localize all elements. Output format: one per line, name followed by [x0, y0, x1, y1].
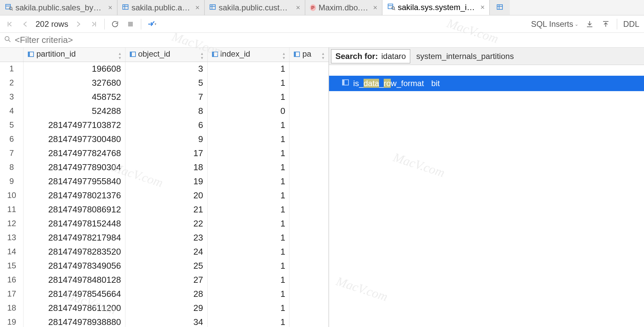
cell-partition-id[interactable]: 281474978152448 — [23, 216, 125, 231]
close-icon[interactable]: × — [195, 3, 200, 12]
close-icon[interactable]: × — [108, 3, 112, 12]
editor-tab[interactable]: sakila.sys.system_internal× — [382, 0, 490, 15]
cell-truncated[interactable] — [289, 76, 329, 90]
close-icon[interactable]: × — [373, 3, 377, 12]
cell-truncated[interactable] — [289, 301, 329, 315]
cell-partition-id[interactable]: 524288 — [23, 104, 125, 118]
cell-truncated[interactable] — [289, 245, 329, 259]
cell-index-id[interactable]: 1 — [207, 301, 289, 315]
close-icon[interactable]: × — [480, 3, 485, 12]
cell-partition-id[interactable]: 281474977890304 — [23, 160, 125, 174]
cell-truncated[interactable] — [289, 216, 329, 231]
cell-partition-id[interactable]: 281474977955840 — [23, 174, 125, 188]
table-row[interactable]: 119660831 — [0, 62, 329, 76]
cell-partition-id[interactable]: 281474977103872 — [23, 118, 125, 132]
cell-object-id[interactable]: 27 — [125, 273, 207, 287]
table-row[interactable]: 7281474977824768171 — [0, 146, 329, 160]
table-row[interactable]: 16281474978480128271 — [0, 273, 329, 287]
export-upload-button[interactable] — [601, 19, 611, 29]
cell-object-id[interactable]: 28 — [125, 287, 207, 301]
cell-object-id[interactable]: 6 — [125, 118, 207, 132]
table-row[interactable]: 14281474978283520241 — [0, 245, 329, 259]
next-page-button[interactable] — [73, 19, 84, 29]
cell-index-id[interactable]: 1 — [207, 315, 289, 327]
ddl-button[interactable]: DDL — [623, 19, 639, 29]
cell-object-id[interactable]: 24 — [125, 245, 207, 259]
cell-object-id[interactable]: 8 — [125, 104, 207, 118]
cell-truncated[interactable] — [289, 287, 329, 301]
column-header[interactable]: object_id▴▾ — [125, 48, 207, 62]
table-row[interactable]: 10281474978021376201 — [0, 188, 329, 202]
cell-index-id[interactable]: 1 — [207, 188, 289, 202]
sort-icon[interactable]: ▴▾ — [119, 49, 121, 60]
cell-truncated[interactable] — [289, 174, 329, 188]
cell-partition-id[interactable]: 281474977824768 — [23, 146, 125, 160]
cell-index-id[interactable]: 1 — [207, 245, 289, 259]
cell-index-id[interactable]: 1 — [207, 216, 289, 231]
cell-object-id[interactable]: 34 — [125, 315, 207, 327]
cell-truncated[interactable] — [289, 188, 329, 202]
cell-truncated[interactable] — [289, 118, 329, 132]
table-row[interactable]: 13281474978217984231 — [0, 231, 329, 245]
cell-index-id[interactable]: 1 — [207, 259, 289, 273]
cell-object-id[interactable]: 5 — [125, 76, 207, 90]
cell-object-id[interactable]: 20 — [125, 188, 207, 202]
cell-partition-id[interactable]: 281474978545664 — [23, 287, 125, 301]
cell-index-id[interactable]: 1 — [207, 76, 289, 90]
cell-partition-id[interactable]: 281474978283520 — [23, 245, 125, 259]
search-for-box[interactable]: Search for: idataro — [331, 49, 410, 63]
data-grid[interactable]: partition_id▴▾object_id▴▾index_id▴▾pa▴▾ … — [0, 48, 329, 327]
cell-object-id[interactable]: 21 — [125, 202, 207, 216]
editor-tab[interactable]: PMaxim.dbo.Upd× — [305, 0, 382, 15]
export-download-button[interactable] — [585, 19, 595, 29]
cell-truncated[interactable] — [289, 259, 329, 273]
column-header[interactable]: partition_id▴▾ — [23, 48, 125, 62]
first-page-button[interactable] — [5, 19, 15, 29]
cell-index-id[interactable]: 1 — [207, 146, 289, 160]
cell-truncated[interactable] — [289, 132, 329, 146]
column-header[interactable]: index_id▴▾ — [207, 48, 289, 62]
cell-index-id[interactable]: 1 — [207, 287, 289, 301]
cell-index-id[interactable]: 1 — [207, 273, 289, 287]
filter-input[interactable] — [15, 35, 640, 45]
table-row[interactable]: 11281474978086912211 — [0, 202, 329, 216]
cell-partition-id[interactable]: 281474977300480 — [23, 132, 125, 146]
cell-index-id[interactable]: 1 — [207, 62, 289, 76]
cell-object-id[interactable]: 29 — [125, 301, 207, 315]
editor-tab[interactable]: sakila.public.sales_by_film_c× — [0, 0, 117, 15]
cell-object-id[interactable]: 3 — [125, 62, 207, 76]
table-row[interactable]: 19281474978938880341 — [0, 315, 329, 327]
cell-object-id[interactable]: 18 — [125, 160, 207, 174]
cell-index-id[interactable]: 1 — [207, 90, 289, 104]
cell-truncated[interactable] — [289, 273, 329, 287]
cell-index-id[interactable]: 0 — [207, 104, 289, 118]
prev-page-button[interactable] — [20, 19, 30, 29]
cell-partition-id[interactable]: 281474978349056 — [23, 259, 125, 273]
cell-index-id[interactable]: 1 — [207, 174, 289, 188]
compare-button[interactable]: ▾ — [147, 19, 157, 29]
cell-index-id[interactable]: 1 — [207, 231, 289, 245]
table-row[interactable]: 17281474978545664281 — [0, 287, 329, 301]
editor-tab[interactable]: sakila.public.custome× — [205, 0, 305, 15]
table-row[interactable]: 15281474978349056251 — [0, 259, 329, 273]
cell-truncated[interactable] — [289, 146, 329, 160]
refresh-button[interactable] — [110, 19, 120, 29]
cell-object-id[interactable]: 9 — [125, 132, 207, 146]
search-panel-breadcrumb[interactable]: system_internals_partitions — [410, 52, 520, 61]
table-row[interactable]: 528147497710387261 — [0, 118, 329, 132]
search-result-item[interactable]: is_data_row_format bit — [329, 76, 644, 91]
sort-icon[interactable]: ▴▾ — [283, 49, 285, 60]
cell-partition-id[interactable]: 281474978938880 — [23, 315, 125, 327]
cell-index-id[interactable]: 1 — [207, 118, 289, 132]
cell-truncated[interactable] — [289, 315, 329, 327]
table-row[interactable]: 345875271 — [0, 90, 329, 104]
cell-partition-id[interactable]: 458752 — [23, 90, 125, 104]
cell-partition-id[interactable]: 281474978217984 — [23, 231, 125, 245]
cell-partition-id[interactable]: 196608 — [23, 62, 125, 76]
table-row[interactable]: 628147497730048091 — [0, 132, 329, 146]
column-header[interactable]: pa▴▾ — [289, 48, 329, 62]
table-row[interactable]: 18281474978611200291 — [0, 301, 329, 315]
table-row[interactable]: 12281474978152448221 — [0, 216, 329, 231]
table-row[interactable]: 8281474977890304181 — [0, 160, 329, 174]
cell-object-id[interactable]: 25 — [125, 259, 207, 273]
